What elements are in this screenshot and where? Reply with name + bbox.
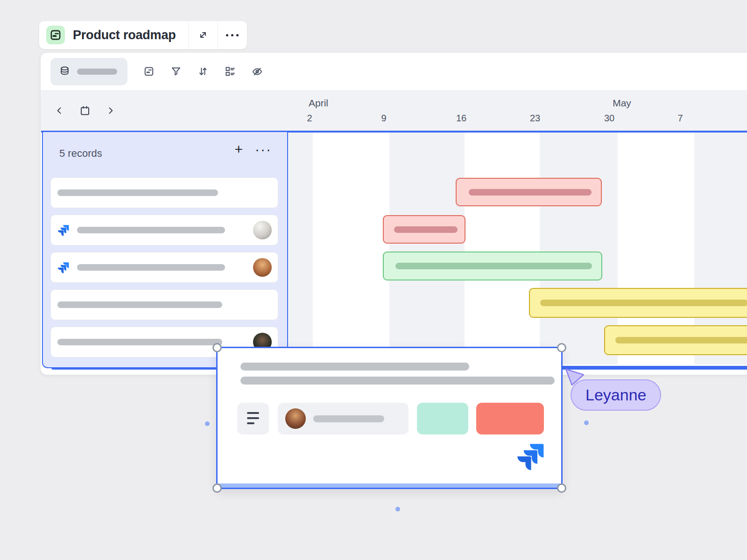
resize-handle-sw[interactable]	[212, 483, 222, 493]
jira-icon	[57, 261, 70, 273]
assignee-chip[interactable]	[278, 403, 409, 434]
timeline-nav	[53, 104, 117, 117]
add-record-button[interactable]: +	[234, 142, 243, 156]
record-card[interactable]	[50, 252, 278, 283]
gantt-bar-yellow[interactable]	[604, 325, 747, 355]
date-tick-label: 23	[530, 113, 540, 124]
more-button[interactable]	[218, 21, 247, 49]
canvas: Product roadmap	[0, 0, 747, 560]
bar-label-placeholder	[615, 337, 747, 343]
source-name-placeholder	[77, 69, 117, 75]
bar-label-placeholder	[394, 226, 458, 233]
record-card[interactable]	[50, 289, 278, 320]
record-title-placeholder	[77, 264, 225, 271]
widget-title-bar: Product roadmap	[39, 21, 247, 49]
resize-handle-nw[interactable]	[212, 343, 222, 352]
decor-dot	[205, 421, 210, 426]
date-tick-label: 7	[677, 113, 683, 124]
week-stripe	[313, 133, 389, 364]
bar-label-placeholder	[395, 263, 592, 269]
view-toolbar	[41, 53, 747, 90]
expand-icon	[197, 29, 209, 41]
records-count-label: 5 records	[59, 147, 102, 160]
justify-menu-icon	[247, 412, 259, 424]
gantt-bar-red[interactable]	[456, 178, 602, 206]
records-panel: 5 records + ···	[42, 131, 288, 368]
page-title: Product roadmap	[73, 28, 176, 42]
avatar	[253, 258, 272, 277]
record-title-placeholder	[57, 339, 222, 345]
title-main: Product roadmap	[39, 21, 188, 49]
expand-button[interactable]	[188, 21, 218, 49]
jira-logo	[516, 441, 545, 470]
group-icon[interactable]	[225, 66, 236, 77]
menu-chip[interactable]	[237, 403, 269, 434]
card-title-placeholder	[240, 363, 469, 371]
date-tick-label: 2	[307, 113, 312, 124]
collaborator-name-badge: Leyanne	[571, 379, 661, 411]
resize-handle-ne[interactable]	[557, 343, 566, 352]
red-tag-chip[interactable]	[476, 403, 544, 434]
database-icon	[59, 66, 70, 77]
selected-record-card[interactable]	[216, 347, 563, 489]
card-view-icon[interactable]	[143, 66, 155, 77]
ellipsis-icon	[226, 34, 239, 36]
month-label: April	[309, 98, 328, 109]
toolbar-icons	[143, 66, 263, 77]
week-stripe	[465, 133, 540, 364]
decor-dot	[584, 420, 589, 425]
record-card[interactable]	[50, 215, 278, 245]
assignee-avatar	[285, 408, 306, 429]
record-title-placeholder	[77, 227, 225, 233]
week-stripe	[389, 133, 465, 364]
jira-icon	[57, 224, 70, 236]
assignee-name-placeholder	[313, 415, 384, 422]
filter-icon[interactable]	[170, 66, 182, 77]
card-subtitle-placeholder	[240, 377, 555, 385]
records-panel-header: 5 records + ···	[43, 132, 287, 176]
timeline-header: AprilMay 291623307	[41, 90, 747, 131]
hide-fields-icon[interactable]	[252, 66, 263, 77]
decor-dot	[395, 507, 400, 511]
teal-tag-chip[interactable]	[417, 403, 468, 434]
prev-week-button[interactable]	[53, 104, 66, 117]
bar-label-placeholder	[540, 300, 747, 306]
record-title-placeholder	[57, 189, 218, 196]
bar-label-placeholder	[469, 189, 592, 196]
date-tick-label: 9	[381, 113, 386, 124]
record-title-placeholder	[57, 301, 222, 308]
resize-handle-se[interactable]	[557, 483, 566, 493]
data-source-chip[interactable]	[50, 58, 127, 85]
date-tick-label: 16	[456, 113, 466, 124]
record-card[interactable]	[50, 177, 278, 208]
selection-bottom-glow	[218, 483, 561, 488]
gantt-bar-red[interactable]	[383, 215, 465, 244]
sort-icon[interactable]	[197, 66, 209, 77]
roadmap-doc-icon	[46, 26, 65, 44]
month-label: May	[613, 98, 631, 109]
avatar	[253, 221, 272, 239]
calendar-icon[interactable]	[78, 104, 92, 117]
date-tick-label: 30	[604, 113, 614, 124]
panel-more-button[interactable]: ···	[255, 142, 272, 156]
next-week-button[interactable]	[104, 104, 117, 117]
week-stripe	[288, 133, 313, 364]
gantt-bar-green[interactable]	[383, 252, 602, 280]
gantt-bar-yellow[interactable]	[529, 288, 747, 318]
